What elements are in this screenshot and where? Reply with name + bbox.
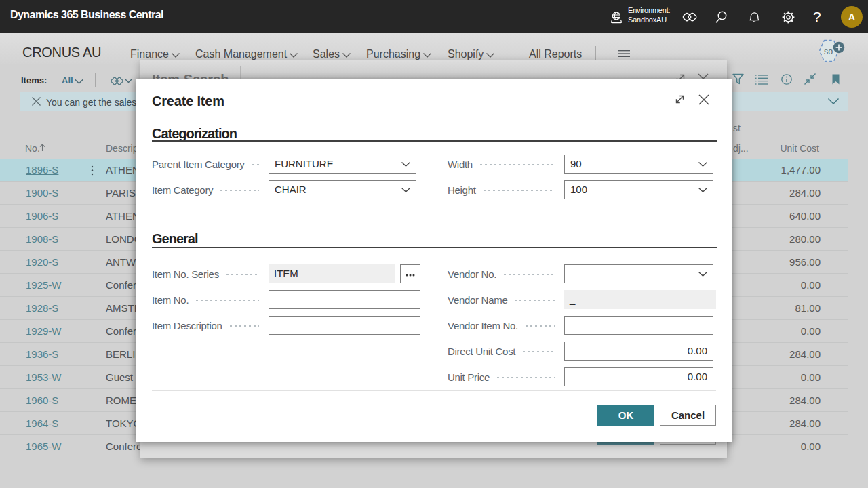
svg-text:so: so <box>824 47 833 56</box>
